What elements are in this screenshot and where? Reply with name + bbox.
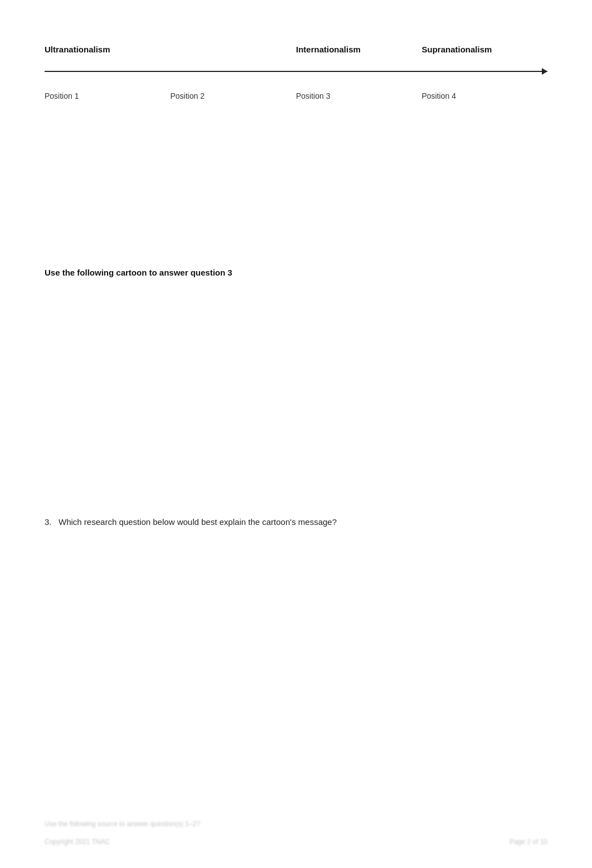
position-3-label: Position 3 xyxy=(296,91,330,100)
question-body: Which research question below would best… xyxy=(59,517,337,527)
header-col-3: Internationalism xyxy=(296,45,422,54)
position-col-2: Position 2 xyxy=(171,91,297,100)
supranationalism-label: Supranationalism xyxy=(422,45,492,54)
internationalism-label: Internationalism xyxy=(296,45,361,54)
positions-row: Position 1 Position 2 Position 3 Positio… xyxy=(45,91,547,100)
question-number: 3. xyxy=(45,517,52,527)
cartoon-instruction: Use the following cartoon to answer ques… xyxy=(45,268,547,277)
question-text: 3. Which research question below would b… xyxy=(45,517,547,527)
spectrum-container xyxy=(45,65,547,75)
position-4-label: Position 4 xyxy=(422,91,456,100)
page: Ultranationalism Internationalism Supran… xyxy=(0,0,592,868)
position-col-1: Position 1 xyxy=(45,91,171,100)
cartoon-area xyxy=(45,288,547,500)
footer-page-number: Page 2 of 10 xyxy=(509,838,547,846)
footer-top-line: Use the following source to answer quest… xyxy=(45,820,547,828)
position-col-4: Position 4 xyxy=(422,91,548,100)
footer-area: Use the following source to answer quest… xyxy=(0,820,592,846)
header-col-4: Supranationalism xyxy=(422,45,548,54)
spectrum-line xyxy=(45,71,547,72)
header-col-1: Ultranationalism xyxy=(45,45,171,54)
question-section: 3. Which research question below would b… xyxy=(45,517,547,527)
ultranationalism-label: Ultranationalism xyxy=(45,45,110,54)
position-col-3: Position 3 xyxy=(296,91,422,100)
position-1-label: Position 1 xyxy=(45,91,79,100)
header-row: Ultranationalism Internationalism Supran… xyxy=(45,45,547,54)
footer-bottom-row: Copyright 2021 TNAC Page 2 of 10 xyxy=(45,838,547,846)
position-2-label: Position 2 xyxy=(171,91,205,100)
footer-copyright: Copyright 2021 TNAC xyxy=(45,838,110,846)
